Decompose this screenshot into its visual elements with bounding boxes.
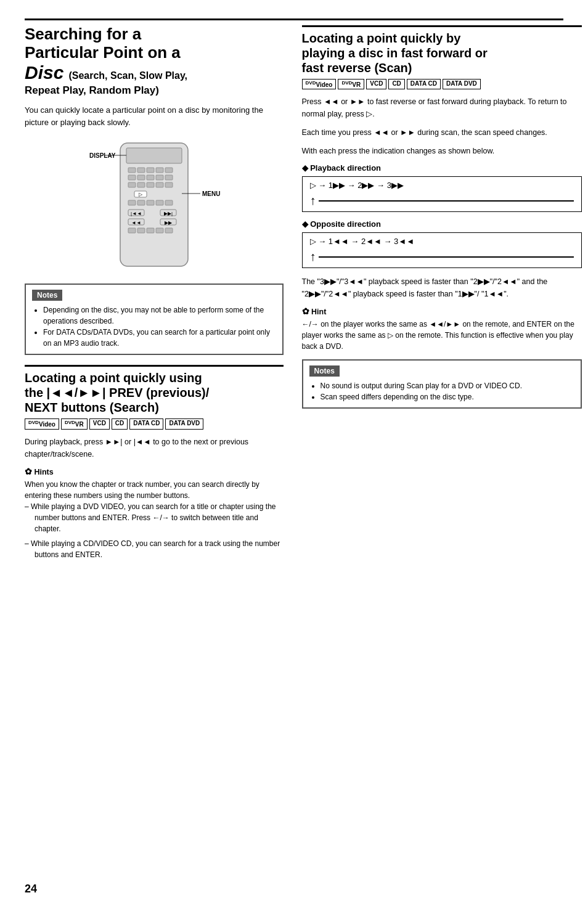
right-title-line3: fast reverse (Scan) bbox=[302, 61, 412, 75]
svg-rect-16 bbox=[165, 182, 173, 187]
page-number: 24 bbox=[25, 883, 37, 896]
right-title-line1: Locating a point quickly by bbox=[302, 31, 461, 45]
svg-rect-20 bbox=[137, 200, 145, 205]
svg-rect-32 bbox=[128, 228, 136, 233]
badge-dvdvr: DVDVR bbox=[61, 418, 88, 429]
badge-vcd: VCD bbox=[89, 418, 110, 429]
right-badge-vcd: VCD bbox=[366, 79, 386, 89]
svg-rect-13 bbox=[137, 182, 145, 187]
svg-rect-19 bbox=[128, 200, 136, 205]
svg-rect-6 bbox=[165, 168, 173, 173]
svg-rect-9 bbox=[147, 175, 154, 180]
remote-diagram-svg: ▷ |◄◄ ▶▶| ◄◄ ▶▶ bbox=[86, 137, 222, 272]
right-badge-cd: CD bbox=[388, 79, 404, 89]
svg-text:▶▶|: ▶▶| bbox=[164, 211, 173, 216]
notes-list-2: No sound is output during Scan play for … bbox=[309, 380, 574, 402]
hint-item-2: While playing a CD/VIDEO CD, you can sea… bbox=[25, 538, 284, 560]
svg-rect-21 bbox=[147, 200, 154, 205]
flow-line bbox=[319, 200, 574, 202]
right-hint-icon: ✿ bbox=[302, 306, 309, 316]
svg-text:MENU: MENU bbox=[202, 190, 220, 197]
section2-line2: the |◄◄/►►| PREV (previous)/ bbox=[25, 386, 209, 399]
opposite-direction-section: Opposite direction ▷ → 1◄◄ → 2◄◄ → 3◄◄ ↑ bbox=[302, 219, 582, 268]
hints-section: ✿ Hints When you know the chapter or tra… bbox=[25, 467, 284, 560]
hint-icon: ✿ bbox=[25, 467, 32, 476]
playback-direction-section: Playback direction ▷ → 1▶▶ → 2▶▶ → 3▶▶ ↑ bbox=[302, 163, 582, 212]
right-column: Locating a point quickly by playing a di… bbox=[302, 25, 582, 568]
opposite-dir-box: ▷ → 1◄◄ → 2◄◄ → 3◄◄ ↑ bbox=[302, 232, 582, 268]
right-hint-section: ✿ Hint ←/→ on the player works the same … bbox=[302, 306, 582, 352]
title-line1: Searching for a bbox=[25, 25, 141, 43]
scan-text2: Each time you press ◄◄ or ►► during scan… bbox=[302, 126, 582, 139]
badges-section2: DVDVideo DVDVR VCD CD DATA CD DATA DVD bbox=[25, 418, 284, 429]
playback-dir-box: ▷ → 1▶▶ → 2▶▶ → 3▶▶ ↑ bbox=[302, 176, 582, 212]
disc-word: Disc bbox=[25, 62, 63, 84]
page-layout: Searching for a Particular Point on a Di… bbox=[25, 25, 563, 568]
scan-text3: With each press the indication changes a… bbox=[302, 145, 582, 157]
svg-text:DISPLAY: DISPLAY bbox=[89, 152, 116, 159]
svg-rect-14 bbox=[147, 182, 154, 187]
top-rule bbox=[25, 18, 563, 20]
right-badge-data-dvd: DATA DVD bbox=[443, 79, 481, 89]
section2-line1: Locating a point quickly using bbox=[25, 371, 202, 385]
section2-line3: NEXT buttons (Search) bbox=[25, 401, 159, 414]
svg-rect-12 bbox=[128, 182, 136, 187]
scan-text1: Press ◄◄ or ►► to fast reverse or fast f… bbox=[302, 96, 582, 120]
right-badge-data-cd: DATA CD bbox=[407, 79, 441, 89]
disc-title-line: Disc (Search, Scan, Slow Play, bbox=[25, 62, 284, 84]
playback-flow-arrow: ↑ bbox=[310, 194, 574, 208]
badge-data-dvd: DATA DVD bbox=[165, 418, 203, 429]
right-title-line2: playing a disc in fast forward or bbox=[302, 46, 488, 60]
svg-rect-35 bbox=[156, 228, 163, 233]
badge-cd: CD bbox=[112, 418, 128, 429]
playback-flow-text: ▷ → 1▶▶ → 2▶▶ → 3▶▶ bbox=[310, 181, 574, 190]
notes-item-1-1: Depending on the disc, you may not be ab… bbox=[43, 304, 276, 327]
svg-text:▶▶: ▶▶ bbox=[165, 220, 173, 226]
opposite-flow-text: ▷ → 1◄◄ → 2◄◄ → 3◄◄ bbox=[310, 237, 574, 246]
svg-rect-5 bbox=[156, 168, 163, 173]
notes-item-1-2: For DATA CDs/DATA DVDs, you can search f… bbox=[43, 327, 276, 349]
arrow-back-icon: ↑ bbox=[310, 194, 316, 208]
notes-box-1: Notes Depending on the disc, you may not… bbox=[25, 284, 284, 355]
main-title: Searching for a Particular Point on a Di… bbox=[25, 25, 284, 83]
right-badge-dvdvr: DVDVR bbox=[338, 79, 364, 89]
intro-text: You can quickly locate a particular poin… bbox=[25, 104, 284, 128]
svg-rect-22 bbox=[156, 200, 163, 205]
hint-item-1: While playing a DVD VIDEO, you can searc… bbox=[25, 501, 284, 534]
svg-rect-7 bbox=[128, 175, 136, 180]
opp-flow-line bbox=[319, 256, 574, 258]
svg-rect-8 bbox=[137, 175, 145, 180]
svg-rect-23 bbox=[165, 200, 173, 205]
badge-data-cd: DATA CD bbox=[129, 418, 163, 429]
notes-item-2-1: No sound is output during Scan play for … bbox=[321, 380, 574, 391]
svg-text:|◄◄: |◄◄ bbox=[131, 211, 142, 216]
right-badge-dvdvideo: DVDVideo bbox=[302, 79, 337, 89]
svg-rect-1 bbox=[126, 148, 182, 163]
notes-item-2-2: Scan speed differs depending on the disc… bbox=[321, 391, 574, 402]
svg-rect-11 bbox=[165, 175, 173, 180]
svg-rect-36 bbox=[165, 228, 173, 233]
hints-title: ✿ Hints bbox=[25, 467, 284, 476]
remote-diagram-container: ▷ |◄◄ ▶▶| ◄◄ ▶▶ bbox=[86, 137, 222, 272]
badges-right: DVDVideo DVDVR VCD CD DATA CD DATA DVD bbox=[302, 79, 582, 89]
hints-intro-text: When you know the chapter or track numbe… bbox=[25, 479, 284, 501]
right-section-title: Locating a point quickly by playing a di… bbox=[302, 25, 582, 75]
svg-rect-34 bbox=[147, 228, 154, 233]
svg-rect-10 bbox=[156, 175, 163, 180]
repeat-subtitle: Repeat Play, Random Play) bbox=[25, 84, 284, 97]
left-column: Searching for a Particular Point on a Di… bbox=[25, 25, 284, 568]
title-line2: Particular Point on a bbox=[25, 43, 181, 62]
section2-title: Locating a point quickly using the |◄◄/►… bbox=[25, 365, 284, 415]
opposite-dir-title: Opposite direction bbox=[302, 219, 582, 229]
svg-rect-33 bbox=[137, 228, 145, 233]
disc-sub: (Search, Scan, Slow Play, bbox=[68, 70, 187, 81]
search-body-text: During playback, press ►►| or |◄◄ to go … bbox=[25, 436, 284, 460]
svg-rect-4 bbox=[147, 168, 154, 173]
opposite-flow-arrow: ↑ bbox=[310, 250, 574, 264]
opp-arrow-back-icon: ↑ bbox=[310, 250, 316, 264]
svg-rect-3 bbox=[137, 168, 145, 173]
right-hint-text: ←/→ on the player works the same as ◄◄/►… bbox=[302, 319, 582, 352]
notes-header-2: Notes bbox=[309, 365, 340, 377]
svg-rect-2 bbox=[128, 168, 136, 173]
svg-text:▷: ▷ bbox=[139, 192, 143, 197]
